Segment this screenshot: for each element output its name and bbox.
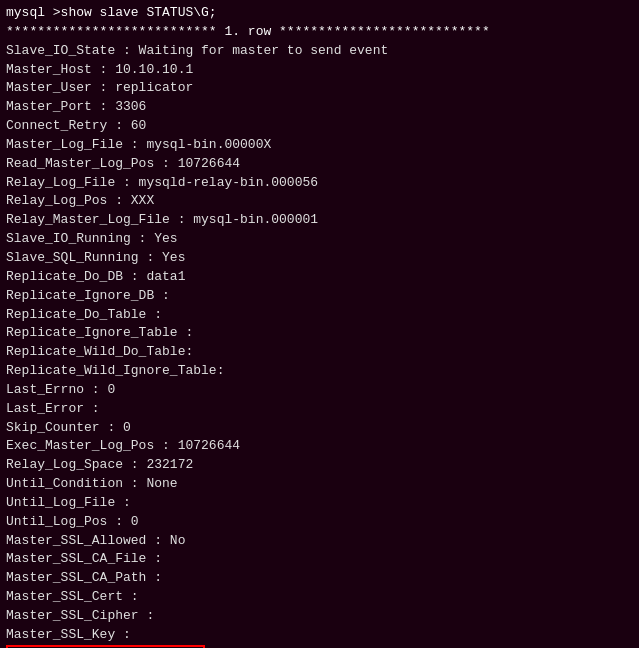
status-row: Replicate_Do_Table : (6, 306, 633, 325)
status-row: Connect_Retry : 60 (6, 117, 633, 136)
status-row: Slave_IO_State : Waiting for master to s… (6, 42, 633, 61)
status-row: Until_Log_Pos : 0 (6, 513, 633, 532)
header-line: *************************** 1. row *****… (6, 23, 633, 42)
status-row: Slave_SQL_Running : Yes (6, 249, 633, 268)
status-row: Master_Log_File : mysql-bin.00000X (6, 136, 633, 155)
status-row: Skip_Counter : 0 (6, 419, 633, 438)
status-row: Master_SSL_CA_File : (6, 550, 633, 569)
status-row: Last_Error : (6, 400, 633, 419)
status-row: Until_Log_File : (6, 494, 633, 513)
status-row: Slave_IO_Running : Yes (6, 230, 633, 249)
status-row: Relay_Log_File : mysqld-relay-bin.000056 (6, 174, 633, 193)
status-row: Master_SSL_Allowed : No (6, 532, 633, 551)
command-line: mysql >show slave STATUS\G; (6, 4, 633, 23)
status-row: Last_Errno : 0 (6, 381, 633, 400)
status-row: Replicate_Ignore_DB : (6, 287, 633, 306)
status-row: Replicate_Ignore_Table : (6, 324, 633, 343)
status-row: Master_SSL_CA_Path : (6, 569, 633, 588)
status-row: Relay_Master_Log_File : mysql-bin.000001 (6, 211, 633, 230)
status-row: Replicate_Do_DB : data1 (6, 268, 633, 287)
status-row: Master_User : replicator (6, 79, 633, 98)
terminal-window: mysql >show slave STATUS\G; ************… (0, 0, 639, 648)
status-row: Master_Port : 3306 (6, 98, 633, 117)
status-row: Master_Host : 10.10.10.1 (6, 61, 633, 80)
status-row: Exec_Master_Log_Pos : 10726644 (6, 437, 633, 456)
status-row: Master_SSL_Cert : (6, 588, 633, 607)
status-rows: Slave_IO_State : Waiting for master to s… (6, 42, 633, 645)
status-row: Relay_Log_Pos : XXX (6, 192, 633, 211)
status-row: Master_SSL_Key : (6, 626, 633, 645)
status-row: Replicate_Wild_Do_Table: (6, 343, 633, 362)
status-row: Until_Condition : None (6, 475, 633, 494)
status-row: Read_Master_Log_Pos : 10726644 (6, 155, 633, 174)
status-row: Relay_Log_Space : 232172 (6, 456, 633, 475)
status-row: Replicate_Wild_Ignore_Table: (6, 362, 633, 381)
status-row: Master_SSL_Cipher : (6, 607, 633, 626)
